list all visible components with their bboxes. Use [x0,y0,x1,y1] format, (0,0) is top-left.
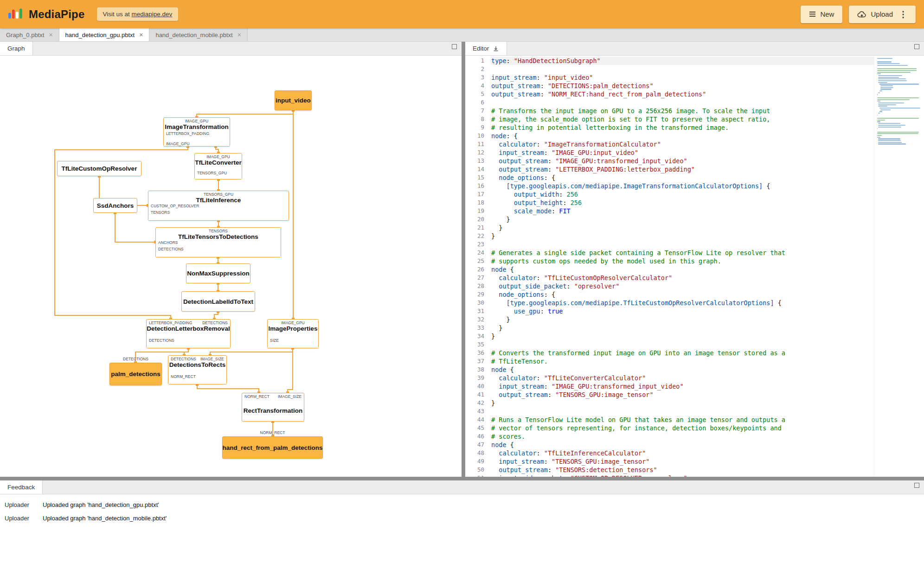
expand-feedback-panel-icon[interactable] [914,483,919,488]
minimap-line-mark [877,120,885,121]
code-line[interactable]: calculator: "TfLiteInferenceCalculator" [491,449,874,457]
graph-node-hand_rect_from_palm_detections[interactable]: NORM_RECThand_rect_from_palm_detections [222,429,323,459]
graph-node-DetectionLetterboxRemoval[interactable]: LETTERBOX_PADDINGDETECTIONSDetectionLett… [146,319,231,348]
minimap-line-mark [878,142,902,143]
graph-tab-label: Graph [7,45,25,52]
code-line[interactable] [491,240,874,249]
line-number: 13 [465,157,491,165]
code-line[interactable]: calculator: "TfLiteConverterCalculator" [491,374,874,382]
code-line[interactable]: # image, the scale_mode option is set to… [491,115,874,123]
code-line[interactable]: # Generates a single side packet contain… [491,249,874,257]
vertical-splitter[interactable] [462,42,465,477]
tab-feedback[interactable]: Feedback [0,480,43,494]
graph-node-SsdAnchors[interactable]: SsdAnchors [93,198,137,213]
horizontal-splitter[interactable] [0,477,924,480]
graph-node-TfLiteConverter[interactable]: IMAGE_GPUTfLiteConverterTENSORS_GPU [194,153,242,179]
close-tab-icon[interactable]: × [237,31,241,38]
code-line[interactable]: } [491,315,874,324]
code-line[interactable]: node { [491,365,874,374]
code-line[interactable]: node: { [491,132,874,140]
code-line[interactable]: calculator: "ImageTransformationCalculat… [491,140,874,148]
code-line[interactable]: output_stream: "DETECTIONS:palm_detectio… [491,82,874,90]
code-line[interactable]: node { [491,265,874,274]
code-line[interactable]: input_stream: "input_video" [491,73,874,82]
code-line[interactable]: output_stream: "TENSORS_GPU:image_tensor… [491,390,874,399]
code-line[interactable]: # vector of tensors representing, for in… [491,424,874,432]
graph-node-ImageTransformation[interactable]: IMAGE_GPUImageTransformationLETTERBOX_PA… [163,117,230,147]
code-line[interactable]: output_height: 256 [491,198,874,207]
code-line[interactable]: } [491,232,874,240]
node-label: NonMaxSuppression [186,264,250,283]
tab-editor[interactable]: Editor [465,42,507,55]
code-line[interactable]: # Runs a TensorFlow Lite model on GPU th… [491,416,874,424]
close-tab-icon[interactable]: × [139,31,143,38]
new-button[interactable]: New [801,6,842,23]
file-tab-hand-detection-gpu[interactable]: hand_detection_gpu.pbtxt × [59,28,150,41]
code-line[interactable] [491,65,874,73]
graph-node-ImageProperties[interactable]: IMAGE_GPUImagePropertiesSIZE [267,319,319,348]
code-line[interactable]: input_side_packet: "CUSTOM_OP_RESOLVER:o… [491,474,874,477]
code-line[interactable]: } [491,332,874,340]
code-line[interactable]: } [491,399,874,407]
code-line[interactable]: type: "HandDetectionSubgraph" [491,57,874,65]
graph-node-DetectionLabelIdToText[interactable]: DetectionLabelIdToText [181,291,255,312]
graph-node-NonMaxSuppression[interactable]: NonMaxSuppression [186,263,250,283]
code-lines[interactable]: type: "HandDetectionSubgraph" input_stre… [491,56,874,477]
code-line[interactable]: output_stream: "IMAGE_GPU:transformed_in… [491,157,874,165]
code-line[interactable]: } [491,215,874,224]
strip-spacer [33,42,452,55]
graph-node-input_video[interactable]: input_video [275,90,312,110]
feedback-source: Uploader [5,498,43,512]
code-line[interactable]: node { [491,441,874,449]
graph-canvas[interactable]: input_videoIMAGE_GPUImageTransformationL… [0,56,462,477]
code-line[interactable]: node_options: { [491,173,874,182]
line-number: 21 [465,224,491,232]
code-line[interactable]: node_options: { [491,290,874,299]
graph-node-RectTransformation[interactable]: NORM_RECTIMAGE_SIZERectTransformation [242,393,304,422]
graph-node-DetectionsToRects[interactable]: DETECTIONSIMAGE_SIZEDetectionsToRectsNOR… [168,355,227,384]
code-line[interactable]: input_stream: "IMAGE_GPU:input_video" [491,148,874,157]
expand-graph-panel-icon[interactable] [452,44,457,49]
code-line[interactable]: input_stream: "IMAGE_GPU:transformed_inp… [491,382,874,390]
code-editor[interactable]: 1234567891011121314151617181920212223242… [465,56,924,477]
code-line[interactable]: output_stream: "LETTERBOX_PADDING:letter… [491,165,874,173]
code-line[interactable]: } [491,224,874,232]
code-line[interactable]: # Transforms the input image on GPU to a… [491,107,874,115]
code-line[interactable]: # TfLiteTensor. [491,357,874,365]
minimap[interactable] [874,56,924,477]
code-line[interactable]: use_gpu: true [491,307,874,315]
code-line[interactable]: } [491,324,874,332]
file-tab-hand-detection-mobile[interactable]: hand_detection_mobile.pbtxt × [149,28,247,41]
code-line[interactable] [491,98,874,107]
code-line[interactable]: calculator: "TfLiteCustomOpResolverCalcu… [491,274,874,282]
feedback-panel: Feedback Uploader Uploaded graph 'hand_d… [0,480,924,571]
code-line[interactable]: # Converts the transformed input image o… [491,349,874,357]
code-line[interactable] [491,407,874,416]
code-line[interactable]: input_stream: "TENSORS_GPU:image_tensor" [491,457,874,466]
mediapipe-dev-link[interactable]: mediapipe.dev [132,11,173,18]
code-line[interactable]: scale_mode: FIT [491,207,874,215]
code-line[interactable]: output_stream: "NORM_RECT:hand_rect_from… [491,90,874,98]
graph-node-TfLiteTensorsToDetections[interactable]: TENSORSTfLiteTensorsToDetectionsDETECTIO… [155,227,281,257]
code-line[interactable]: # resulting in potential letterboxing in… [491,123,874,132]
graph-node-TfLiteInference[interactable]: TENSORS_GPUTfLiteInferenceTENSORSCUSTOM_… [148,191,289,221]
code-line[interactable]: # scores. [491,432,874,441]
close-tab-icon[interactable]: × [49,31,52,38]
download-icon[interactable] [493,45,499,52]
line-number: 18 [465,198,491,207]
code-line[interactable]: output_side_packet: "opresolver" [491,282,874,290]
new-button-label: New [820,10,834,18]
expand-editor-panel-icon[interactable] [914,44,919,49]
file-tab-graph-0[interactable]: Graph_0.pbtxt × [0,28,59,41]
graph-node-palm_detections[interactable]: DETECTIONSpalm_detections [109,355,162,385]
upload-menu-kebab-icon[interactable]: ⋮ [899,9,907,19]
code-line[interactable]: # supports custom ops needed by the mode… [491,257,874,265]
code-line[interactable]: output_width: 256 [491,190,874,198]
code-line[interactable]: output_stream: "TENSORS:detection_tensor… [491,466,874,474]
graph-node-TfLiteCustomOpResolver[interactable]: TfLiteCustomOpResolver [57,161,141,176]
tab-graph[interactable]: Graph [0,42,33,55]
code-line[interactable]: [type.googleapis.com/mediapipe.TfLiteCus… [491,299,874,307]
upload-button[interactable]: Upload ⋮ [849,6,916,23]
code-line[interactable] [491,340,874,349]
code-line[interactable]: [type.googleapis.com/mediapipe.ImageTran… [491,182,874,190]
